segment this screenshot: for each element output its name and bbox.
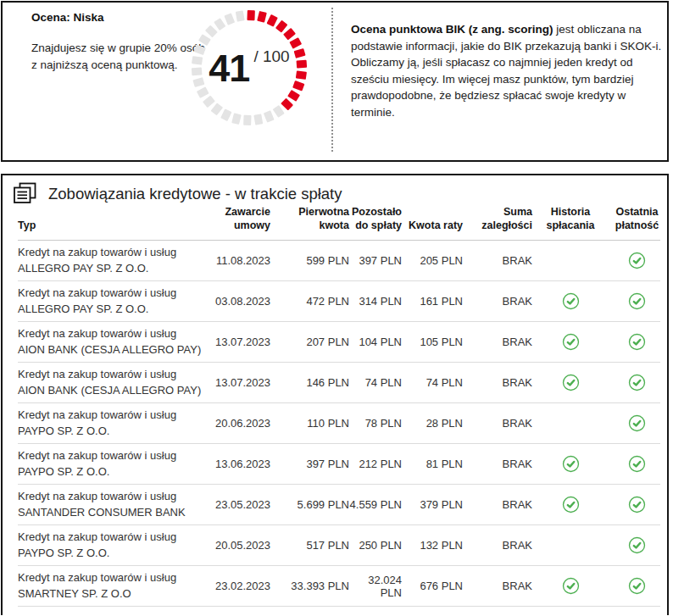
score-info-body: jest obliczana na podstawie informacji, … <box>351 23 661 119</box>
remaining-amount: 4.559 PLN <box>349 498 402 511</box>
rating-description: Znajdujesz się w grupie 20% osób z najni… <box>31 40 205 73</box>
installment-amount: 81 PLN <box>402 458 463 470</box>
original-amount: 397 PLN <box>270 458 349 470</box>
remaining-amount: 32.024 PLN <box>349 574 402 599</box>
credit-lender-label: AION BANK (CESJA ALLEGRO PAY) <box>18 342 206 358</box>
remaining-amount: 74 PLN <box>349 376 402 389</box>
original-amount: 33.393 PLN <box>270 580 349 592</box>
credit-type-label: Kredyt na zakup towarów i usług <box>18 570 206 586</box>
table-row: Kredyt na zakup towarów i usług ALLEGRO … <box>18 281 660 322</box>
history-status-cell <box>532 536 609 554</box>
col-header-kwota-raty: Kwota raty <box>402 219 463 232</box>
col-header-ostatnia: Ostatnia płatność <box>609 205 665 232</box>
table-row: Kredyt na zakup towarów i usług AION BAN… <box>18 363 660 403</box>
history-status-cell <box>532 333 609 351</box>
contract-date: 20.05.2023 <box>213 539 270 552</box>
credit-type-label: Kredyt na zakup towarów i usług <box>18 408 206 424</box>
score-max: / 100 <box>253 47 289 66</box>
col-header-pierwotna-kwota: Pierwotna kwota <box>270 205 349 232</box>
original-amount: 517 PLN <box>270 539 349 552</box>
table-row: Kredyt na zakup towarów i usług PAYPO SP… <box>18 444 660 485</box>
arrears-value: BRAK <box>463 376 532 389</box>
remaining-amount: 250 PLN <box>349 539 402 552</box>
col-header-pozostalo: Pozostało do spłaty <box>349 205 402 232</box>
contract-date: 23.05.2023 <box>213 498 270 511</box>
history-status-cell <box>532 252 609 269</box>
last-payment-status-cell <box>609 374 665 391</box>
arrears-value: BRAK <box>463 417 532 430</box>
check-circle-icon <box>628 292 646 310</box>
last-payment-status-cell <box>609 536 665 554</box>
check-circle-icon <box>628 374 646 391</box>
rating-label: Ocena: Niska <box>31 11 104 24</box>
check-circle-icon <box>628 333 646 351</box>
dotted-divider <box>331 8 333 152</box>
check-circle-icon <box>628 414 646 432</box>
credit-lender-label: ALLEGRO PAY SP. Z O.O. <box>18 261 206 277</box>
credit-type-cell: Kredyt na zakup towarów i usług ALLEGRO … <box>18 245 213 276</box>
section-title-row: Zobowiązania kredytowe - w trakcie spłat… <box>3 175 667 205</box>
last-payment-status-cell <box>609 577 665 595</box>
table-row: Kredyt na zakup towarów i usług ALLEGRO … <box>18 241 660 281</box>
score-value: 41 <box>209 49 249 87</box>
check-circle-icon <box>562 577 580 595</box>
score-gauge: 41 / 100 <box>186 4 313 131</box>
table-header-row: Typ Zawarcie umowy Pierwotna kwota Pozos… <box>18 205 660 241</box>
installment-amount: 74 PLN <box>402 376 463 389</box>
credit-type-label: Kredyt na zakup towarów i usług <box>18 367 206 383</box>
check-circle-icon <box>562 374 580 391</box>
last-payment-status-cell <box>609 292 665 310</box>
credit-lender-label: PAYPO SP. Z O.O. <box>18 546 206 562</box>
col-header-typ: Typ <box>18 219 213 232</box>
history-status-cell <box>532 374 609 391</box>
last-payment-status-cell <box>609 414 665 432</box>
check-circle-icon <box>628 577 646 595</box>
obligations-panel: Zobowiązania kredytowe - w trakcie spłat… <box>1 174 669 615</box>
credit-type-label: Kredyt na zakup towarów i usług <box>18 286 206 302</box>
credit-lender-label: SANTANDER CONSUMER BANK <box>18 505 206 521</box>
installment-amount: 379 PLN <box>402 498 463 511</box>
contract-date: 03.08.2023 <box>213 295 270 308</box>
table-row: Kredyt na zakup towarów i usług PAYPO SP… <box>18 403 660 444</box>
original-amount: 110 PLN <box>270 417 349 430</box>
credit-type-label: Kredyt na zakup towarów i usług <box>18 448 206 464</box>
credit-lender-label: PAYPO SP. Z O.O. <box>18 464 206 480</box>
arrears-value: BRAK <box>463 498 532 511</box>
contract-date: 20.06.2023 <box>213 417 270 430</box>
original-amount: 146 PLN <box>270 376 349 389</box>
credit-lender-label: AION BANK (CESJA ALLEGRO PAY) <box>18 383 206 399</box>
original-amount: 472 PLN <box>270 295 349 308</box>
check-circle-icon <box>562 333 580 351</box>
contract-date: 13.06.2023 <box>213 458 270 470</box>
table-row: Kredyt na zakup towarów i usług PAYPO SP… <box>18 525 660 566</box>
score-info-text: Ocena punktowa BIK (z ang. scoring) jest… <box>351 21 663 120</box>
credit-lender-label: ALLEGRO PAY SP. Z O.O. <box>18 302 206 318</box>
arrears-value: BRAK <box>463 254 532 267</box>
remaining-amount: 314 PLN <box>349 295 402 308</box>
last-payment-status-cell <box>609 496 665 513</box>
contract-date: 23.02.2023 <box>213 580 270 592</box>
installment-amount: 132 PLN <box>402 539 463 552</box>
table-row: Kredyt na zakup towarów i usług SMARTNEY… <box>18 566 660 607</box>
installment-amount: 28 PLN <box>402 417 463 430</box>
last-payment-status-cell <box>609 333 665 351</box>
score-info-lead: Ocena punktowa BIK (z ang. scoring) <box>351 23 553 36</box>
original-amount: 599 PLN <box>270 254 349 267</box>
last-payment-status-cell <box>609 455 665 473</box>
check-circle-icon <box>562 455 580 473</box>
credit-type-cell: Kredyt na zakup towarów i usług AION BAN… <box>18 367 213 398</box>
credit-type-cell: Kredyt na zakup towarów i usług PAYPO SP… <box>18 448 213 480</box>
credit-type-cell: Kredyt na zakup towarów i usług PAYPO SP… <box>18 530 213 561</box>
contract-date: 13.07.2023 <box>213 376 270 389</box>
check-circle-icon <box>562 292 580 310</box>
credit-type-cell: Kredyt na zakup towarów i usług SANTANDE… <box>18 489 213 520</box>
contract-date: 11.08.2023 <box>213 254 270 267</box>
credit-type-label: Kredyt na zakup towarów i usług <box>18 245 206 261</box>
check-circle-icon <box>562 496 580 513</box>
rating-description-line1: Znajdujesz się w grupie 20% osób <box>31 40 205 57</box>
arrears-value: BRAK <box>463 539 532 552</box>
col-header-suma-zaleglosci: Suma zaległości <box>463 205 532 232</box>
remaining-amount: 104 PLN <box>349 336 402 348</box>
original-amount: 207 PLN <box>270 336 349 348</box>
credit-type-cell: Kredyt na zakup towarów i usług SMARTNEY… <box>18 570 213 602</box>
